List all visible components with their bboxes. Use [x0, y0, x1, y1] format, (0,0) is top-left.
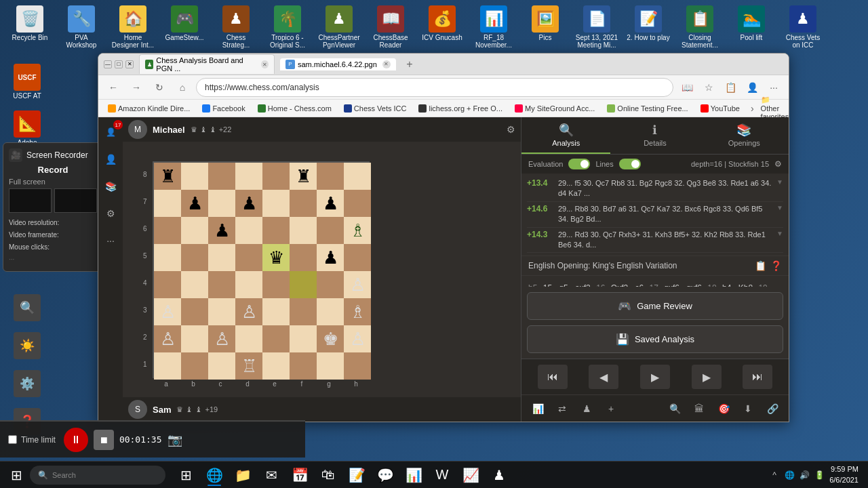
taskbar-word[interactable]: 📝: [343, 463, 370, 487]
chess-square-e8[interactable]: [262, 163, 290, 190]
taskbar-search-bar[interactable]: 🔍 Search: [30, 466, 165, 485]
desktop-icon-brightness[interactable]: ☀️: [3, 329, 52, 363]
chess-square-f1[interactable]: [290, 352, 317, 380]
nav-first-button[interactable]: ⏮: [538, 365, 568, 389]
eval-line-2[interactable]: +14.6 29... Rb8 30. Bd7 a6 31. Qc7 Ka7 3…: [527, 202, 783, 228]
chess-square-e4[interactable]: [262, 271, 290, 298]
desktop-icon-recycle[interactable]: 🗑️ Recycle Bin: [5, 3, 54, 52]
desktop-icon-chessvets[interactable]: ♟ Chess Vets on ICC: [778, 3, 827, 52]
bookmark-testing[interactable]: Online Testing Free...: [603, 103, 692, 114]
desktop-icon-chesspartner[interactable]: ♟ ChessPartner PgnViewer: [315, 3, 363, 52]
chess-square-g2[interactable]: ♚: [317, 325, 344, 352]
account-button[interactable]: 👤: [743, 78, 762, 97]
bookmark-facebook[interactable]: Facebook: [198, 103, 249, 114]
sidebar-avatar[interactable]: 👤 17: [101, 123, 120, 142]
taskbar-powerpoint[interactable]: 📊: [400, 463, 427, 487]
chess-square-b5[interactable]: [181, 244, 208, 271]
minimize-button[interactable]: —: [104, 60, 112, 68]
tab-close-chess[interactable]: ✕: [261, 60, 269, 68]
maximize-button[interactable]: □: [115, 60, 123, 68]
taskbar-calendar[interactable]: 📅: [286, 463, 313, 487]
tray-network[interactable]: 🌐: [783, 469, 795, 481]
taskbar-explorer[interactable]: 📁: [229, 463, 256, 487]
desktop-icon-pva[interactable]: 🔧 PVA Workshop: [57, 3, 106, 52]
start-button[interactable]: ⊞: [4, 463, 28, 487]
desktop-icon-uscf[interactable]: USCF USCF AT: [3, 61, 52, 102]
chess-square-g4[interactable]: [317, 271, 344, 298]
bookmark-chessvets[interactable]: Chess Vets ICC: [340, 103, 411, 114]
tool-share-button[interactable]: 🔗: [762, 399, 783, 418]
taskbar-excel[interactable]: 📈: [457, 463, 484, 487]
chess-square-a6[interactable]: [154, 217, 181, 244]
analysis-settings-icon[interactable]: ⚙: [774, 159, 782, 169]
eval-line-1[interactable]: +13.4 29... f5 30. Qc7 Rb8 31. Bg2 Rgc8 …: [527, 176, 783, 202]
chess-square-f7[interactable]: [290, 190, 317, 217]
close-button[interactable]: ✕: [125, 60, 134, 68]
desktop-icon-chess[interactable]: ♟ Chess Strateg...: [212, 3, 260, 52]
chess-square-g8[interactable]: [317, 163, 344, 190]
desktop-icon-meeting[interactable]: 📄 Sept 13, 2021 Meeting Mi...: [572, 3, 621, 52]
browser-tab-pgn[interactable]: P sam.michael.6.4.22.pgn ✕: [280, 58, 396, 70]
bookmark-chess[interactable]: Home - Chess.com: [254, 103, 336, 114]
refresh-button[interactable]: ↻: [150, 78, 169, 97]
chess-square-a2[interactable]: ♙: [154, 325, 181, 352]
bookmark-lichess[interactable]: lichess.org + Free O...: [414, 103, 507, 114]
desktop-icon-home[interactable]: 🏠 Home Designer Int...: [108, 3, 157, 52]
evaluation-toggle[interactable]: [568, 159, 590, 169]
tool-download-button[interactable]: ⬇: [737, 399, 759, 418]
nav-next-button[interactable]: ▶: [692, 365, 722, 389]
tray-volume[interactable]: 🔊: [798, 469, 810, 481]
chess-square-b3[interactable]: [181, 298, 208, 325]
tool-flip-button[interactable]: ⇄: [551, 399, 573, 418]
bookmark-amazon[interactable]: Amazon Kindle Dire...: [104, 103, 194, 114]
time-limit-checkbox[interactable]: [8, 435, 17, 444]
tool-library-button[interactable]: 🏛: [688, 399, 710, 418]
favorites-button[interactable]: ☆: [699, 78, 718, 97]
bookmark-youtube[interactable]: YouTube: [696, 103, 744, 114]
tab-close-pgn[interactable]: ✕: [382, 60, 391, 68]
tray-chevron[interactable]: ^: [768, 469, 781, 481]
lines-toggle[interactable]: [619, 159, 641, 169]
chess-square-b2[interactable]: [181, 325, 208, 352]
tool-piece-button[interactable]: ♟: [576, 399, 597, 418]
home-button[interactable]: ⌂: [173, 78, 192, 97]
recording-pause-button[interactable]: ⏸: [64, 428, 88, 452]
chess-square-d5[interactable]: [235, 244, 262, 271]
chess-square-c7[interactable]: [208, 190, 235, 217]
chess-square-f2[interactable]: [290, 325, 317, 352]
chess-square-g5[interactable]: ♟: [317, 244, 344, 271]
chess-square-c8[interactable]: [208, 163, 235, 190]
eval-expand-3[interactable]: ▼: [776, 230, 783, 237]
nav-last-button[interactable]: ⏭: [743, 365, 772, 389]
tool-target-button[interactable]: 🎯: [713, 399, 734, 418]
chess-square-e7[interactable]: [262, 190, 290, 217]
read-mode-button[interactable]: 📖: [677, 78, 696, 97]
eval-line-3[interactable]: +14.3 29... Rd3 30. Qc7 Rxh3+ 31. Kxh3 B…: [527, 228, 783, 253]
tab-analysis[interactable]: 🔍 Analysis: [521, 117, 610, 154]
chess-square-f5[interactable]: [290, 244, 317, 271]
chess-square-e3[interactable]: [262, 298, 290, 325]
board-settings-icon[interactable]: ⚙: [507, 124, 515, 135]
chess-square-d3[interactable]: ♙: [235, 298, 262, 325]
chess-square-h8[interactable]: [344, 163, 371, 190]
chess-square-g1[interactable]: [317, 352, 344, 380]
chess-square-f6[interactable]: [290, 217, 317, 244]
sidebar-icon-user[interactable]: 👤: [101, 150, 120, 169]
chess-square-a4[interactable]: [154, 271, 181, 298]
chess-square-g7[interactable]: ♟: [317, 190, 344, 217]
chess-square-h4[interactable]: ♙: [344, 271, 371, 298]
bookmarks-more[interactable]: ›: [748, 103, 757, 114]
chess-square-f8[interactable]: ♜: [290, 163, 317, 190]
chess-square-e1[interactable]: [262, 352, 290, 380]
back-button[interactable]: ←: [104, 78, 123, 97]
desktop-icon-closing[interactable]: 📋 Closing Statement...: [675, 3, 724, 52]
chess-square-d8[interactable]: [235, 163, 262, 190]
chess-square-h6[interactable]: ♗: [344, 217, 371, 244]
taskbar-edge[interactable]: 🌐: [201, 463, 228, 487]
chess-square-c2[interactable]: ♙: [208, 325, 235, 352]
recording-stop-button[interactable]: ⏹: [94, 430, 114, 450]
chess-square-a5[interactable]: [154, 244, 181, 271]
more-button[interactable]: ···: [764, 78, 783, 97]
bookmark-siteground[interactable]: My SiteGround Acc...: [511, 103, 599, 114]
taskbar-word2[interactable]: W: [429, 463, 456, 487]
